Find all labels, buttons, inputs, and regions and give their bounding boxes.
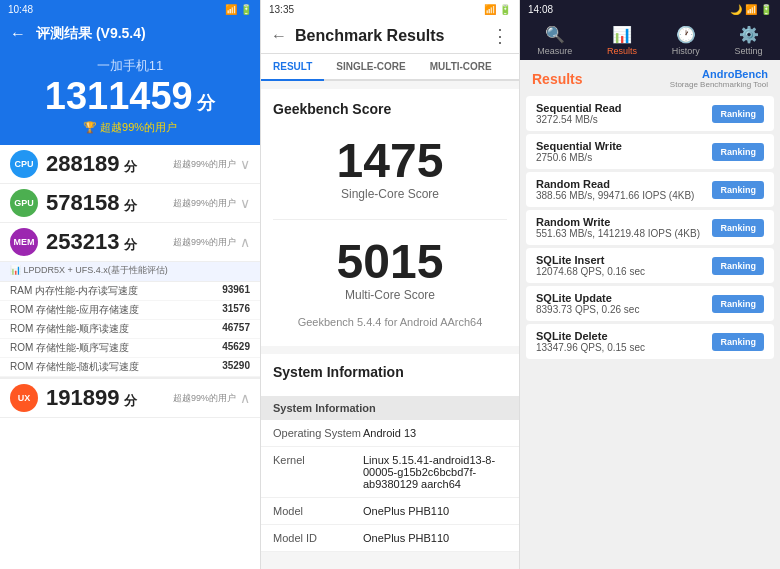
antutu-gpu-row[interactable]: GPU 578158 分 超越99%的用户 ∨: [0, 184, 260, 223]
gpu-score: 578158: [46, 190, 119, 215]
ab-row-value: 388.56 MB/s, 99471.66 IOPS (4KB): [536, 190, 712, 201]
antutu-sub-row: ROM 存储性能-顺序写速度45629: [0, 339, 260, 358]
gb-single-label: Single-Core Score: [273, 187, 507, 201]
gb-single-score: 1475: [273, 137, 507, 185]
antutu-toolbar: ← 评测结果 (V9.5.4): [0, 19, 260, 49]
sysinfo-value: OnePlus PHB110: [363, 505, 507, 517]
cpu-chevron: ∨: [240, 156, 250, 172]
gb-tab[interactable]: RESULT: [261, 54, 324, 81]
ab-row-title: SQLite Insert: [536, 254, 712, 266]
gb-tabs: RESULTSINGLE-COREMULTI-CORE: [261, 54, 519, 81]
ab-ranking-button[interactable]: Ranking: [712, 219, 764, 237]
antutu-mem-row[interactable]: MEM 253213 分 超越99%的用户 ∧: [0, 223, 260, 262]
antutu-score-big: 1311459 分: [0, 75, 260, 118]
ab-ranking-button[interactable]: Ranking: [712, 143, 764, 161]
ab-row-value: 8393.73 QPS, 0.26 sec: [536, 304, 712, 315]
antutu-device-name: 一加手机11: [0, 57, 260, 75]
gb-tab[interactable]: MULTI-CORE: [418, 54, 504, 81]
ab-ranking-button[interactable]: Ranking: [712, 333, 764, 351]
antutu-status-bar: 10:48 📶 🔋: [0, 0, 260, 19]
mem-score: 253213: [46, 229, 119, 254]
mem-detail: 📊 LPDDR5X + UFS.4.x(基于性能评估): [0, 262, 260, 282]
ab-benchmark-row: SQLite Delete 13347.96 QPS, 0.15 sec Ran…: [526, 324, 774, 359]
gb-time: 13:35: [269, 4, 294, 15]
cpu-score: 288189: [46, 151, 119, 176]
antutu-sub-row: RAM 内存性能-内存读写速度93961: [0, 282, 260, 301]
ab-ranking-button[interactable]: Ranking: [712, 105, 764, 123]
gpu-percentile: 超越99%的用户: [173, 197, 236, 210]
ab-row-value: 2750.6 MB/s: [536, 152, 712, 163]
ab-nav-setting[interactable]: ⚙️Setting: [725, 25, 773, 56]
gb-sysinfo-header: System Information: [261, 396, 519, 420]
nav-label: Setting: [735, 46, 763, 56]
ab-ranking-button[interactable]: Ranking: [712, 257, 764, 275]
gb-tab[interactable]: SINGLE-CORE: [324, 54, 417, 81]
antutu-main-score: 一加手机11 1311459 分 🏆 超越99%的用户: [0, 49, 260, 145]
ux-score: 191899: [46, 385, 119, 410]
sysinfo-value: OnePlus PHB110: [363, 532, 507, 544]
mem-chevron: ∧: [240, 234, 250, 250]
antutu-cpu-row[interactable]: CPU 288189 分 超越99%的用户 ∨: [0, 145, 260, 184]
antutu-title: 评测结果 (V9.5.4): [36, 25, 146, 43]
sub-row-label: ROM 存储性能-顺序写速度: [10, 341, 222, 355]
cpu-unit: 分: [124, 159, 137, 174]
nav-icon: 🔍: [545, 25, 565, 44]
sub-row-value: 45629: [222, 341, 250, 355]
gb-sysinfo-row: ModelOnePlus PHB110: [261, 498, 519, 525]
antutu-ux-row[interactable]: UX 191899 分 超越99%的用户 ∧: [0, 377, 260, 418]
antutu-time: 10:48: [8, 4, 33, 15]
gb-info-text: Geekbench 5.4.4 for Android AArch64: [273, 310, 507, 334]
gb-divider: [273, 219, 507, 220]
gb-back-icon[interactable]: ←: [271, 27, 287, 45]
nav-icon: 🕐: [676, 25, 696, 44]
antutu-score-unit: 分: [197, 93, 215, 113]
gb-sysinfo-rows: Operating SystemAndroid 13KernelLinux 5.…: [261, 420, 519, 552]
ab-results-title: Results: [532, 71, 583, 87]
sub-row-label: ROM 存储性能-应用存储速度: [10, 303, 222, 317]
ab-row-value: 13347.96 QPS, 0.15 sec: [536, 342, 712, 353]
sysinfo-key: Model: [273, 505, 363, 517]
ab-nav: 🔍Measure📊Results🕐History⚙️Setting: [520, 19, 780, 60]
gb-sysinfo-title: System Information: [261, 354, 519, 384]
sysinfo-value: Android 13: [363, 427, 507, 439]
gb-title: Benchmark Results: [295, 27, 444, 45]
ab-benchmark-rows: Sequential Read 3272.54 MB/s Ranking Seq…: [520, 96, 780, 359]
ab-nav-results[interactable]: 📊Results: [597, 25, 647, 56]
nav-label: History: [672, 46, 700, 56]
ab-nav-measure[interactable]: 🔍Measure: [527, 25, 582, 56]
sub-row-value: 31576: [222, 303, 250, 317]
ab-row-title: SQLite Delete: [536, 330, 712, 342]
nav-label: Measure: [537, 46, 572, 56]
ab-row-info: Sequential Write 2750.6 MB/s: [536, 140, 712, 163]
gb-score-section: Geekbench Score 1475 Single-Core Score 5…: [261, 89, 519, 346]
ab-ranking-button[interactable]: Ranking: [712, 295, 764, 313]
ab-row-info: Random Write 551.63 MB/s, 141219.48 IOPS…: [536, 216, 712, 239]
gpu-badge: GPU: [10, 189, 38, 217]
nav-label: Results: [607, 46, 637, 56]
ab-row-info: SQLite Insert 12074.68 QPS, 0.16 sec: [536, 254, 712, 277]
gpu-chevron: ∨: [240, 195, 250, 211]
ab-results-header: Results AndroBench Storage Benchmarking …: [520, 60, 780, 93]
ux-unit: 分: [124, 393, 137, 408]
ab-ranking-button[interactable]: Ranking: [712, 181, 764, 199]
sub-row-value: 46757: [222, 322, 250, 336]
back-icon[interactable]: ←: [10, 25, 26, 43]
ab-row-value: 3272.54 MB/s: [536, 114, 712, 125]
ab-status-bar: 14:08 🌙 📶 🔋: [520, 0, 780, 19]
ab-row-title: SQLite Update: [536, 292, 712, 304]
gb-sysinfo-row: KernelLinux 5.15.41-android13-8-00005-g1…: [261, 447, 519, 498]
gb-sysinfo-section: System Information System Information Op…: [261, 354, 519, 552]
ab-nav-history[interactable]: 🕐History: [662, 25, 710, 56]
gb-multi-score-block: 5015 Multi-Core Score: [273, 230, 507, 310]
ab-row-title: Random Write: [536, 216, 712, 228]
gpu-unit: 分: [124, 198, 137, 213]
ab-icons: 🌙 📶 🔋: [730, 4, 772, 15]
sysinfo-key: Model ID: [273, 532, 363, 544]
antutu-icons: 📶 🔋: [225, 4, 252, 15]
ab-row-title: Sequential Read: [536, 102, 712, 114]
antutu-sub-rows: RAM 内存性能-内存读写速度93961ROM 存储性能-应用存储速度31576…: [0, 282, 260, 377]
ab-benchmark-row: SQLite Update 8393.73 QPS, 0.26 sec Rank…: [526, 286, 774, 321]
ab-row-info: SQLite Delete 13347.96 QPS, 0.15 sec: [536, 330, 712, 353]
more-options-icon[interactable]: ⋮: [491, 25, 509, 47]
ux-percentile: 超越99%的用户: [173, 392, 236, 405]
